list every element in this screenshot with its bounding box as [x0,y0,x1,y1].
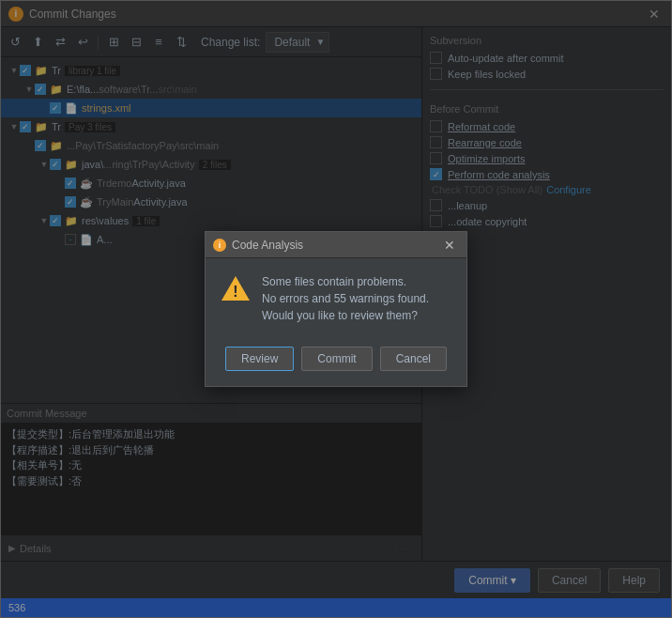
svg-text:!: ! [233,284,237,300]
main-window: i Commit Changes ✕ ↺ ⬆ ⇄ ↩ ⊞ ⊟ ≡ ⇅ Chang… [0,0,672,618]
dialog-message: Some files contain problems. No errors a… [262,273,429,324]
dialog-overlay: i Code Analysis ✕ ! Some files contain p… [1,1,671,617]
code-analysis-dialog: i Code Analysis ✕ ! Some files contain p… [205,231,467,387]
dialog-message-line1: Some files contain problems. [262,273,429,290]
warning-icon: ! [221,273,251,303]
dialog-title-bar: i Code Analysis ✕ [206,232,466,258]
dialog-cancel-button[interactable]: Cancel [380,347,447,371]
dialog-app-icon: i [213,239,226,252]
dialog-message-line2: No errors and 55 warnings found. [262,290,429,307]
dialog-message-line3: Would you like to review them? [262,307,429,324]
dialog-review-button[interactable]: Review [225,347,294,371]
dialog-buttons: Review Commit Cancel [206,339,466,386]
dialog-body: ! Some files contain problems. No errors… [206,258,466,339]
dialog-commit-button[interactable]: Commit [301,347,372,371]
dialog-close-button[interactable]: ✕ [440,236,459,255]
dialog-title: Code Analysis [232,239,440,252]
